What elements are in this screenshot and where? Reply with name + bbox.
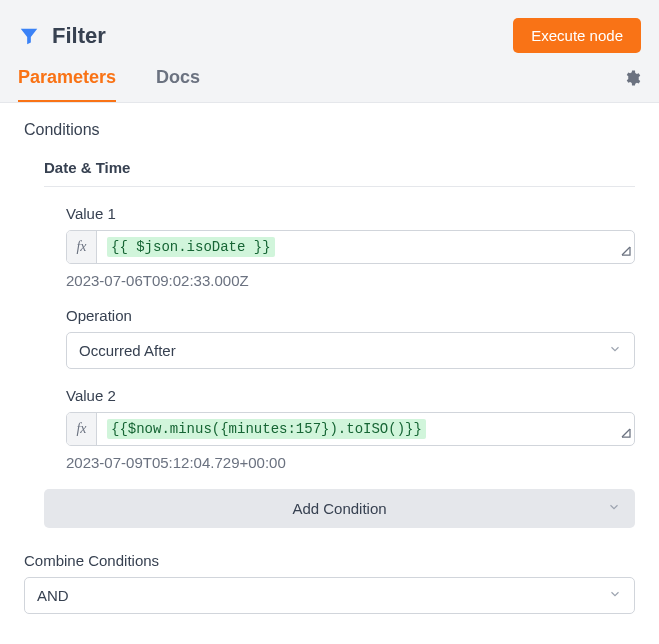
operation-select[interactable]: Occurred After bbox=[66, 332, 635, 369]
fx-icon: fx bbox=[67, 413, 97, 445]
add-condition-label: Add Condition bbox=[292, 500, 386, 517]
value1-label: Value 1 bbox=[66, 205, 635, 222]
panel-content: Conditions Date & Time Value 1 fx {{ $js… bbox=[0, 103, 659, 632]
tab-docs[interactable]: Docs bbox=[156, 67, 200, 102]
chevron-down-icon bbox=[608, 587, 622, 604]
filter-icon bbox=[18, 25, 40, 47]
tabs-row: Parameters Docs bbox=[18, 67, 641, 102]
execute-node-button[interactable]: Execute node bbox=[513, 18, 641, 53]
fields-group: Value 1 fx {{ $json.isoDate }} 2023-07-0… bbox=[66, 205, 635, 471]
panel-header: Filter Execute node Parameters Docs bbox=[0, 0, 659, 103]
combine-label: Combine Conditions bbox=[24, 552, 635, 569]
title-row: Filter Execute node bbox=[18, 18, 641, 67]
value2-expression-input[interactable]: fx {{$now.minus({minutes:157}).toISO()}} bbox=[66, 412, 635, 446]
resize-handle-icon[interactable] bbox=[620, 425, 632, 443]
chevron-down-icon bbox=[608, 342, 622, 359]
node-title: Filter bbox=[52, 23, 106, 49]
field-value1: Value 1 fx {{ $json.isoDate }} 2023-07-0… bbox=[66, 205, 635, 289]
field-operation: Operation Occurred After bbox=[66, 307, 635, 369]
field-value2: Value 2 fx {{$now.minus({minutes:157}).t… bbox=[66, 387, 635, 471]
conditions-heading: Conditions bbox=[24, 121, 635, 139]
title-left: Filter bbox=[18, 23, 106, 49]
resize-handle-icon[interactable] bbox=[620, 243, 632, 261]
value2-resolved: 2023-07-09T05:12:04.729+00:00 bbox=[66, 454, 635, 471]
operation-label: Operation bbox=[66, 307, 635, 324]
group-heading-datetime: Date & Time bbox=[44, 153, 635, 187]
add-condition-button[interactable]: Add Condition bbox=[44, 489, 635, 528]
fx-icon: fx bbox=[67, 231, 97, 263]
tabs: Parameters Docs bbox=[18, 67, 200, 102]
value1-resolved: 2023-07-06T09:02:33.000Z bbox=[66, 272, 635, 289]
combine-select[interactable]: AND bbox=[24, 577, 635, 614]
tab-parameters[interactable]: Parameters bbox=[18, 67, 116, 102]
add-condition-row: Add Condition bbox=[44, 489, 635, 528]
combine-value: AND bbox=[37, 587, 69, 604]
value1-expression-input[interactable]: fx {{ $json.isoDate }} bbox=[66, 230, 635, 264]
value1-expression-highlight: {{ $json.isoDate }} bbox=[107, 237, 275, 257]
value2-expression-text: {{$now.minus({minutes:157}).toISO()}} bbox=[97, 413, 634, 445]
operation-value: Occurred After bbox=[79, 342, 176, 359]
value2-label: Value 2 bbox=[66, 387, 635, 404]
value2-expression-highlight: {{$now.minus({minutes:157}).toISO()}} bbox=[107, 419, 426, 439]
combine-section: Combine Conditions AND bbox=[24, 552, 635, 614]
chevron-down-icon bbox=[607, 500, 621, 517]
gear-icon[interactable] bbox=[623, 69, 641, 101]
value1-expression-text: {{ $json.isoDate }} bbox=[97, 231, 634, 263]
